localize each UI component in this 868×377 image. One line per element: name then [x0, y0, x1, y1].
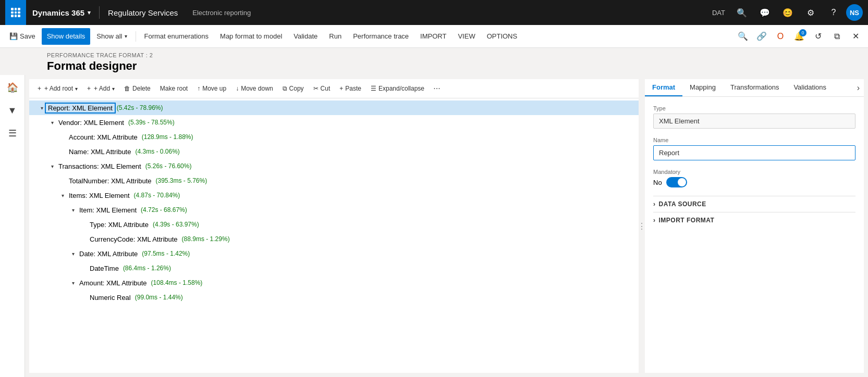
- home-icon[interactable]: 🏠: [2, 77, 23, 98]
- tree-toggle-icon[interactable]: ▾: [38, 104, 46, 112]
- move-up-button[interactable]: ↑ Move up: [193, 81, 230, 96]
- data-source-section[interactable]: › DATA SOURCE: [653, 196, 855, 212]
- copy-button[interactable]: ⧉ Copy: [278, 81, 308, 96]
- run-button[interactable]: Run: [324, 28, 347, 45]
- tree-toggle-icon[interactable]: ▾: [69, 249, 77, 258]
- tree-toggle-icon[interactable]: ▾: [69, 206, 77, 214]
- restore-icon[interactable]: ⧉: [828, 28, 845, 45]
- tree-row[interactable]: Account: XML Attribute(128.9ms - 1.88%): [29, 130, 639, 144]
- import-button[interactable]: IMPORT: [415, 28, 451, 45]
- tab-transformations[interactable]: Transformations: [723, 79, 786, 96]
- add-arrow: ▾: [112, 86, 115, 92]
- copy-icon: ⧉: [283, 85, 287, 92]
- tab-format[interactable]: Format: [645, 79, 682, 96]
- toggle-knob: [678, 178, 686, 186]
- expand-icon: ☰: [371, 85, 376, 92]
- tree-node-label: Account: XML Attribute: [67, 133, 140, 142]
- mandatory-toggle[interactable]: [666, 177, 687, 187]
- tree-toggle-icon[interactable]: ▾: [58, 191, 67, 199]
- perf-badge: (128.9ms - 1.88%): [142, 133, 193, 141]
- tree-node-label: CurrencyCode: XML Attribute: [88, 235, 180, 244]
- mandatory-no-label: No: [653, 179, 662, 186]
- perf-badge: (4.72s - 68.67%): [141, 206, 187, 213]
- view-button[interactable]: VIEW: [453, 28, 480, 45]
- top-nav-right: DAT 🔍 💬 😊 ⚙ ? NS: [708, 0, 863, 25]
- paste-icon: +: [339, 85, 343, 92]
- tree-toggle-icon[interactable]: ▾: [69, 279, 77, 287]
- user-avatar[interactable]: NS: [846, 4, 863, 21]
- save-button[interactable]: 💾 Save: [4, 28, 41, 45]
- tree-row[interactable]: ▾Transactions: XML Element(5.26s - 76.60…: [29, 159, 639, 173]
- tree-node-label: TotalNumber: XML Attribute: [67, 177, 153, 185]
- app-name: Electronic reporting: [184, 9, 256, 17]
- waffle-menu[interactable]: [5, 0, 26, 25]
- notifications-icon[interactable]: 🔔 0: [791, 28, 808, 45]
- perf-badge: (5.26s - 76.60%): [145, 162, 192, 170]
- cut-button[interactable]: ✂ Cut: [309, 81, 335, 96]
- link-icon[interactable]: 🔗: [753, 28, 770, 45]
- tree-node-label: Item: XML Element: [77, 206, 139, 215]
- tree-row[interactable]: DateTime(86.4ms - 1.26%): [29, 261, 639, 275]
- tree-node-label: DateTime: [88, 264, 121, 273]
- delete-button[interactable]: 🗑 Delete: [120, 81, 155, 96]
- settings-icon[interactable]: ⚙: [800, 0, 821, 25]
- help-icon[interactable]: ?: [823, 0, 844, 25]
- tree-node-label: Items: XML Element: [67, 191, 132, 200]
- panel-splitter[interactable]: ⋮: [639, 75, 645, 377]
- more-options-button[interactable]: ···: [430, 81, 444, 96]
- tree-node-label: Name: XML Attribute: [67, 147, 133, 156]
- map-format-button[interactable]: Map format to model: [215, 28, 287, 45]
- tab-mapping[interactable]: Mapping: [682, 79, 723, 96]
- tree-row[interactable]: Type: XML Attribute(4.39s - 63.97%): [29, 217, 639, 232]
- options-button[interactable]: OPTIONS: [482, 28, 523, 45]
- tree-row[interactable]: CurrencyCode: XML Attribute(88.9ms - 1.2…: [29, 232, 639, 246]
- name-input[interactable]: [653, 145, 855, 160]
- move-down-button[interactable]: ↓ Move down: [231, 81, 277, 96]
- tree-row[interactable]: ▾Item: XML Element(4.72s - 68.67%): [29, 203, 639, 217]
- tree-row[interactable]: Numeric Real(99.0ms - 1.44%): [29, 290, 639, 305]
- add-icon: +: [87, 85, 91, 92]
- filter-icon[interactable]: ▼: [2, 100, 23, 121]
- validate-button[interactable]: Validate: [288, 28, 323, 45]
- search-icon[interactable]: 🔍: [731, 0, 752, 25]
- show-details-button[interactable]: Show details: [42, 28, 91, 45]
- add-root-button[interactable]: + + Add root ▾: [33, 81, 82, 96]
- tab-validations[interactable]: Validations: [786, 79, 834, 96]
- expand-collapse-button[interactable]: ☰ Expand/collapse: [366, 81, 429, 96]
- paste-button[interactable]: + Paste: [335, 81, 365, 96]
- data-source-label: DATA SOURCE: [659, 200, 706, 208]
- tree-row[interactable]: Name: XML Attribute(4.3ms - 0.06%): [29, 144, 639, 159]
- tree-toggle-icon[interactable]: ▾: [48, 118, 56, 127]
- brand-text: Dynamics 365: [32, 8, 84, 17]
- emoji-icon[interactable]: 😊: [777, 0, 798, 25]
- tree-row[interactable]: ▾Amount: XML Attribute(108.4ms - 1.58%): [29, 275, 639, 290]
- dynamics-brand[interactable]: Dynamics 365 ▾: [26, 0, 97, 25]
- tree-row[interactable]: ▾Report: XML Element(5.42s - 78.96%): [29, 100, 639, 115]
- tree-toggle-icon: [79, 235, 88, 243]
- show-all-button[interactable]: Show all ▾: [91, 28, 132, 45]
- search-cmd-icon[interactable]: 🔍: [735, 28, 751, 45]
- tree-toggle-icon[interactable]: ▾: [48, 162, 56, 170]
- office-icon[interactable]: O: [772, 28, 789, 45]
- close-icon[interactable]: ✕: [847, 28, 864, 45]
- add-button[interactable]: + + Add ▾: [83, 81, 119, 96]
- tree-row[interactable]: TotalNumber: XML Attribute(395.3ms - 5.7…: [29, 173, 639, 188]
- tree-row[interactable]: ▾Items: XML Element(4.87s - 70.84%): [29, 188, 639, 203]
- list-icon[interactable]: ☰: [2, 123, 23, 144]
- show-all-dropdown-icon: ▾: [125, 33, 127, 39]
- tree-node-label: Type: XML Attribute: [88, 220, 151, 229]
- mandatory-field-group: Mandatory No: [653, 169, 855, 187]
- tree-row[interactable]: ▾Date: XML Attribute(97.5ms - 1.42%): [29, 246, 639, 261]
- page-header: PERFORMANCE TRACE FORMAT : 2 Format desi…: [0, 48, 868, 75]
- perf-badge: (395.3ms - 5.76%): [155, 177, 207, 184]
- performance-trace-button[interactable]: Performance trace: [348, 28, 414, 45]
- tree-row[interactable]: ▾Vendor: XML Element(5.39s - 78.55%): [29, 115, 639, 130]
- chat-icon[interactable]: 💬: [754, 0, 775, 25]
- refresh-icon[interactable]: ↺: [810, 28, 826, 45]
- command-bar: 💾 Save Show details Show all ▾ Format en…: [0, 25, 868, 48]
- import-format-section[interactable]: › IMPORT FORMAT: [653, 212, 855, 228]
- tabs-next-icon[interactable]: ›: [853, 83, 864, 93]
- format-enumerations-button[interactable]: Format enumerations: [139, 28, 214, 45]
- tree-toolbar: + + Add root ▾ + + Add ▾ 🗑 Delete Make r…: [29, 79, 639, 98]
- make-root-button[interactable]: Make root: [156, 81, 192, 96]
